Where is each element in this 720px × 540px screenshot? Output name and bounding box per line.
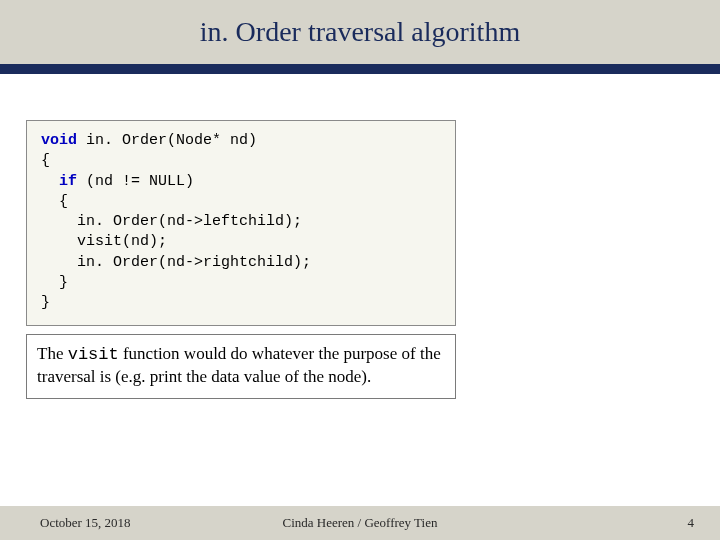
code-line: } <box>41 293 441 313</box>
code-line: if (nd != NULL) <box>41 172 441 192</box>
keyword-if: if <box>59 173 77 190</box>
code-indent <box>41 173 59 190</box>
code-line: visit(nd); <box>41 232 441 252</box>
slide-title: in. Order traversal algorithm <box>200 16 520 48</box>
note-code-visit: visit <box>68 345 119 364</box>
keyword-void: void <box>41 132 77 149</box>
code-line: in. Order(nd->rightchild); <box>41 253 441 273</box>
code-line: } <box>41 273 441 293</box>
divider-blue <box>0 64 720 74</box>
footer-page-number: 4 <box>688 515 695 531</box>
footer: October 15, 2018 Cinda Heeren / Geoffrey… <box>0 506 720 540</box>
code-block: void in. Order(Node* nd) { if (nd != NUL… <box>26 120 456 326</box>
content-area: void in. Order(Node* nd) { if (nd != NUL… <box>0 80 720 506</box>
note-block: The visit function would do whatever the… <box>26 334 456 399</box>
code-line: { <box>41 192 441 212</box>
slide: in. Order traversal algorithm void in. O… <box>0 0 720 540</box>
code-line: { <box>41 151 441 171</box>
code-text: (nd != NULL) <box>77 173 194 190</box>
footer-date: October 15, 2018 <box>40 515 131 531</box>
title-bar: in. Order traversal algorithm <box>0 0 720 64</box>
note-text-pre: The <box>37 344 68 363</box>
code-line: void in. Order(Node* nd) <box>41 131 441 151</box>
code-line: in. Order(nd->leftchild); <box>41 212 441 232</box>
code-text: in. Order(Node* nd) <box>77 132 257 149</box>
